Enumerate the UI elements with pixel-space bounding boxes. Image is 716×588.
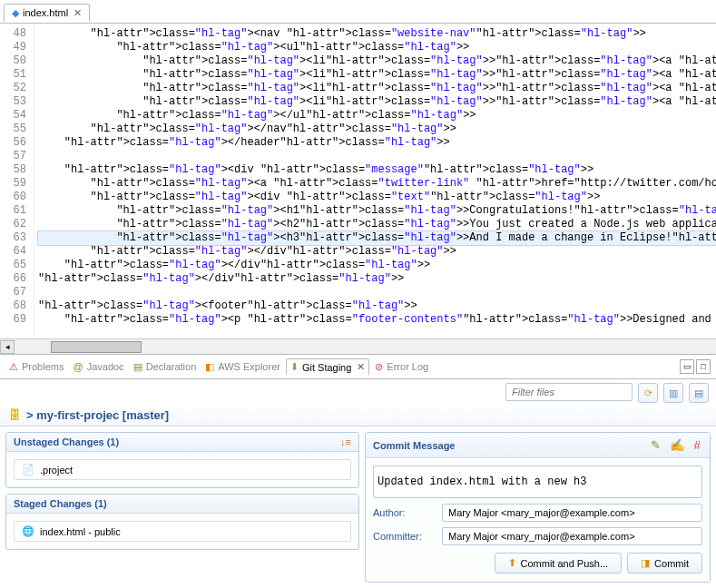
javadoc-icon: @: [73, 361, 83, 372]
file-label: index.html - public: [40, 526, 121, 537]
tab-git-staging[interactable]: ⬇ Git Staging ✕: [286, 358, 369, 375]
bottom-panel: ⚠ Problems @ Javadoc ▤ Declaration ◧ AWS…: [0, 354, 716, 588]
unstaged-changes-group: Unstaged Changes (1) ↓≡ 📄 .project: [5, 432, 359, 488]
maximize-icon[interactable]: □: [696, 359, 711, 374]
file-icon: ◆: [12, 7, 19, 19]
editor-tab-label: index.html: [23, 7, 68, 18]
file-icon: 🌐: [22, 525, 34, 537]
bottom-tab-bar: ⚠ Problems @ Javadoc ▤ Declaration ◧ AWS…: [0, 355, 716, 379]
editor-tab-bar: ◆ index.html ✕ ▭ □: [0, 0, 716, 24]
commit-icon: ◨: [641, 557, 650, 569]
commit-and-push-button[interactable]: ⬆ Commit and Push...: [495, 553, 623, 573]
tab-problems[interactable]: ⚠ Problems: [5, 359, 67, 375]
problems-icon: ⚠: [9, 361, 18, 373]
editor-pane: ◆ index.html ✕ ▭ □ 484950515253545556575…: [0, 0, 716, 354]
line-number-gutter: 4849505152535455565758596061626364656667…: [0, 24, 34, 338]
amend-button[interactable]: ✎: [649, 436, 662, 454]
repo-name: > my-first-projec [master]: [26, 408, 169, 422]
scroll-left-icon[interactable]: ◂: [0, 340, 15, 354]
layout-vertical-button[interactable]: ▤: [689, 383, 709, 403]
close-icon[interactable]: ✕: [357, 361, 365, 373]
git-icon: ⬇: [290, 361, 299, 373]
commit-message-group: Commit Message ✎ ✍ # Author: Committer:: [365, 432, 711, 583]
unstaged-file-item[interactable]: 📄 .project: [14, 459, 351, 480]
tab-aws-explorer[interactable]: ◧ AWS Explorer: [201, 359, 284, 375]
tab-javadoc[interactable]: @ Javadoc: [69, 359, 127, 374]
sort-button[interactable]: ↓≡: [340, 436, 351, 447]
commit-message-input[interactable]: [373, 466, 702, 498]
declaration-icon: ▤: [133, 361, 142, 373]
minimize-icon[interactable]: ▭: [680, 359, 694, 374]
commit-button[interactable]: ◨ Commit: [627, 553, 702, 573]
scrollbar-thumb[interactable]: [51, 341, 142, 353]
tab-error-log[interactable]: ⊘ Error Log: [371, 359, 432, 375]
committer-input[interactable]: [442, 527, 702, 545]
close-icon[interactable]: ✕: [74, 7, 82, 19]
changeid-button[interactable]: #: [692, 436, 702, 454]
file-label: .project: [40, 465, 73, 475]
staged-changes-group: Staged Changes (1) 🌐 index.html - public: [5, 494, 359, 550]
tab-declaration[interactable]: ▤ Declaration: [130, 359, 201, 375]
committer-label: Committer:: [373, 531, 436, 542]
layout-horizontal-button[interactable]: ▥: [663, 383, 683, 403]
repo-icon: 🗄: [9, 408, 21, 422]
file-icon: 📄: [22, 464, 34, 475]
aws-icon: ◧: [205, 361, 214, 373]
horizontal-scrollbar[interactable]: ◂ ▸: [0, 338, 716, 354]
signoff-button[interactable]: ✍: [668, 436, 687, 454]
error-log-icon: ⊘: [375, 361, 383, 373]
staged-file-item[interactable]: 🌐 index.html - public: [14, 521, 351, 542]
editor-tab-index-html[interactable]: ◆ index.html ✕: [4, 4, 90, 22]
group-title: Staged Changes (1): [14, 498, 107, 509]
filter-files-input[interactable]: [505, 383, 633, 401]
group-title: Commit Message: [373, 440, 455, 451]
author-input[interactable]: [442, 504, 702, 522]
commit-push-icon: ⬆: [508, 557, 516, 569]
author-label: Author:: [373, 507, 436, 518]
code-text[interactable]: "hl-attr">class="hl-tag"><nav "hl-attr">…: [34, 24, 716, 338]
refresh-button[interactable]: ⟳: [638, 383, 658, 403]
code-editor[interactable]: 4849505152535455565758596061626364656667…: [0, 24, 716, 338]
group-title: Unstaged Changes (1): [14, 436, 119, 447]
